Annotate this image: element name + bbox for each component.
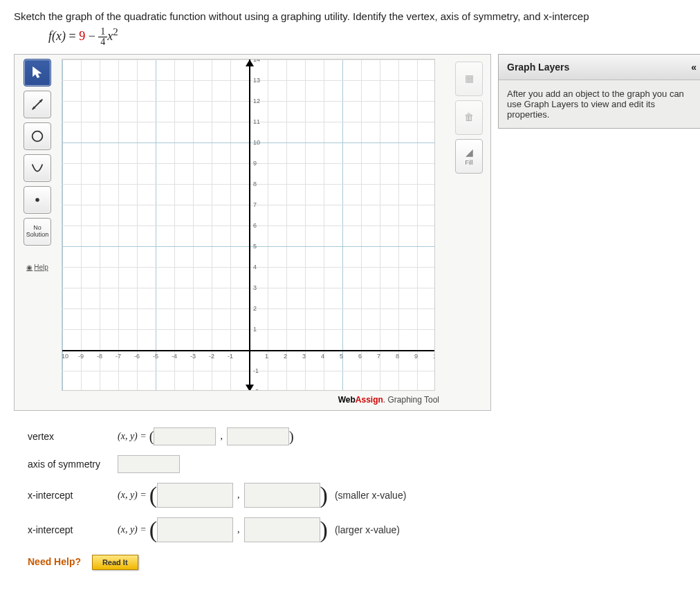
no-solution-button[interactable]: NoSolution [24, 218, 51, 246]
help-icon: ◉ [26, 264, 33, 271]
xint2-y-input[interactable] [244, 517, 320, 542]
layers-body-text: After you add an object to the graph you… [499, 80, 700, 128]
graphing-tool: NoSolution ◉Help -10-9-8-7-6-5-4-3-2-112… [14, 54, 491, 411]
formula: f(x) = 9 − 14x2 [48, 26, 690, 47]
graph-canvas[interactable]: -10-9-8-7-6-5-4-3-2-112345678910-2-11234… [62, 59, 435, 391]
svg-point-3 [33, 131, 43, 142]
circle-icon [30, 129, 45, 144]
fill-button[interactable]: ◢ Fill [455, 139, 483, 174]
parabola-icon [30, 160, 45, 176]
fill-icon: ◢ [466, 147, 473, 158]
vertex-x-input[interactable] [154, 427, 216, 445]
brand-label: WebAssign. Graphing Tool [62, 391, 446, 406]
vertex-label: vertex [14, 431, 118, 442]
xint1-x-input[interactable] [157, 483, 233, 508]
read-it-button[interactable]: Read It [92, 555, 138, 570]
point-icon [30, 192, 45, 208]
larger-hint: (larger x-value) [335, 524, 400, 535]
help-link[interactable]: ◉Help [26, 264, 48, 271]
layers-collapse-button[interactable]: « [691, 62, 697, 73]
vertex-y-input[interactable] [227, 427, 289, 445]
point-tool-button[interactable] [24, 186, 51, 214]
circle-tool-button[interactable] [24, 122, 51, 150]
parabola-tool-button[interactable] [24, 154, 51, 182]
pointer-tool-button[interactable] [24, 59, 51, 86]
need-help-label: Need Help? [28, 556, 81, 567]
xint1-y-input[interactable] [244, 483, 320, 508]
graph-action-button-1[interactable]: ▦ [455, 62, 483, 96]
question-text: Sketch the graph of the quadratic functi… [14, 10, 690, 22]
layers-icon: ▦ [465, 73, 474, 84]
axis-label: axis of symmetry [14, 459, 118, 470]
delete-button[interactable]: 🗑 [455, 100, 483, 135]
answers-section: vertex (x, y) = ( , ) axis of symmetry x… [14, 427, 533, 570]
svg-point-4 [35, 199, 39, 203]
xint2-x-input[interactable] [157, 517, 233, 542]
right-toolbar: ▦ 🗑 ◢ Fill [452, 59, 486, 406]
svg-marker-0 [33, 67, 42, 78]
graph-layers-panel: Graph Layers « After you add an object t… [498, 54, 700, 129]
trash-icon: 🗑 [464, 111, 474, 122]
pointer-icon [30, 65, 45, 80]
line-icon [30, 97, 45, 112]
line-tool-button[interactable] [24, 91, 51, 118]
xint1-label: x-intercept [14, 490, 118, 501]
smaller-hint: (smaller x-value) [335, 490, 406, 501]
xint2-label: x-intercept [14, 524, 118, 535]
left-toolbar: NoSolution ◉Help [19, 59, 56, 406]
layers-title: Graph Layers [507, 62, 569, 73]
axis-input[interactable] [118, 455, 180, 473]
